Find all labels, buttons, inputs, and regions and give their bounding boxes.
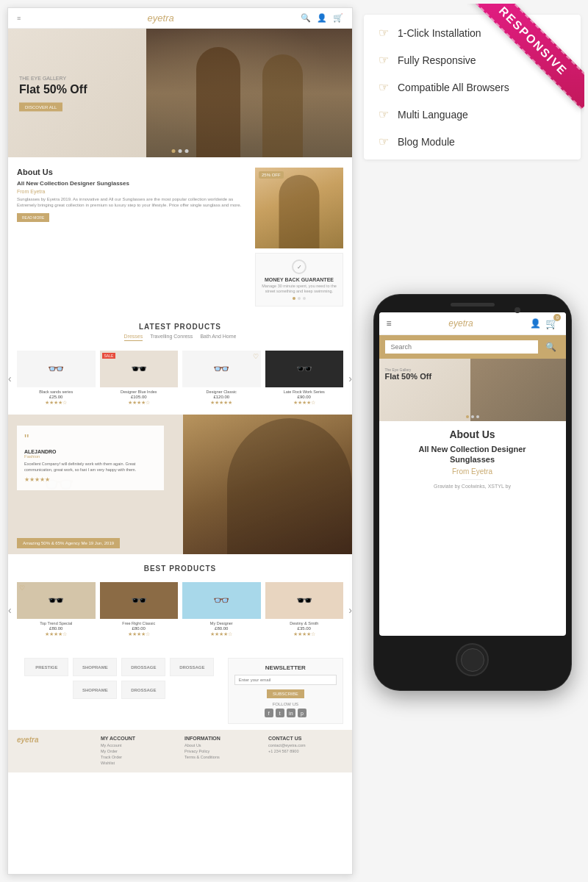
- phone-outer: ≡ eyetra 👤 🛒 0 🔍: [373, 294, 572, 691]
- product-price-1: £25.00: [17, 395, 96, 399]
- feature-icon-2: ☞: [379, 53, 389, 67]
- about-figure: [279, 175, 320, 248]
- best-product-img-3: 👓: [182, 582, 261, 619]
- product-card-1: 👓 Black sands series £25.00 ★★★★☆: [17, 351, 96, 406]
- money-back-card: ✓ MONEY BACK GUARANTEE Manage 30 minute …: [255, 253, 343, 306]
- product-card-4: 🕶️ Late Rock Work Series £90.00 ★★★★☆: [265, 351, 344, 406]
- phone-dot-3[interactable]: [476, 415, 479, 418]
- phone-home-inner: [461, 648, 484, 672]
- feature-label-2: Fully Responsive: [398, 54, 476, 66]
- about-image: 25% OFF: [255, 168, 343, 248]
- feature-icon-1: ☞: [379, 26, 389, 40]
- product-img-4: 🕶️: [265, 351, 344, 387]
- phone-dot-1[interactable]: [466, 415, 469, 418]
- footer-logo-col: eyetra: [17, 736, 92, 767]
- product-card-3: 👓 ♡ Designer Classic £120.00 ★★★★★: [182, 351, 261, 406]
- phone-home-button[interactable]: [456, 643, 489, 676]
- footer-link-order[interactable]: My Order: [101, 749, 176, 753]
- best-products-grid: ‹ ♡ 🕶️ Top Trend Special £80.00 ★★★★☆ 🕶️…: [8, 576, 352, 643]
- footer-link-track[interactable]: Track Order: [101, 755, 176, 759]
- pinterest-icon[interactable]: p: [298, 709, 306, 717]
- brand-logo-3: DROSSAGE: [121, 658, 165, 676]
- tab-bath[interactable]: Bath And Home: [200, 334, 236, 341]
- best-product-stars-4: ★★★★☆: [265, 631, 344, 637]
- twitter-icon[interactable]: t: [276, 709, 284, 717]
- best-product-2: 🕶️ Free Right Classic £80.00 ★★★★☆: [100, 582, 179, 637]
- hero-dot-1[interactable]: [172, 149, 176, 153]
- section-tabs: Dresses Travelling Conress Bath And Home: [8, 334, 352, 341]
- product-stars-2: ★★★★☆: [100, 400, 179, 406]
- newsletter-email-input[interactable]: [234, 675, 337, 685]
- product-name-1: Black sands series: [17, 390, 96, 394]
- footer-link-account[interactable]: My Account: [101, 743, 176, 747]
- about-text: Sunglasses by Eyetra 2019. As innovative…: [17, 196, 248, 209]
- footer-link-wishlist[interactable]: Wishlist: [101, 761, 176, 765]
- discover-button[interactable]: DISCOVER ALL: [19, 102, 62, 111]
- footer-link-about[interactable]: About Us: [184, 743, 259, 747]
- hero-banner: The Eye Gallery Flat 50% Off DISCOVER AL…: [8, 29, 352, 157]
- phone-user-icon[interactable]: 👤: [530, 318, 541, 329]
- product-price-4: £90.00: [265, 395, 344, 399]
- best-product-name-3: My Designer: [182, 621, 261, 625]
- best-products-section: BEST PRODUCTS ‹ ♡ 🕶️ Top Trend Special £…: [8, 557, 352, 649]
- cart-icon[interactable]: 🛒: [333, 13, 343, 23]
- footer-link-privacy[interactable]: Privacy Policy: [184, 749, 259, 753]
- phone-search-bar: 🔍: [379, 335, 566, 359]
- read-more-button[interactable]: READ MORE: [17, 213, 49, 222]
- phone-hero-title: Flat 50% Off: [385, 372, 432, 381]
- testimonial-bg: [183, 415, 352, 554]
- phone-dot-2[interactable]: [471, 415, 474, 418]
- mb-dot-3[interactable]: [303, 297, 306, 300]
- tab-traveling[interactable]: Travelling Conress: [150, 334, 193, 341]
- phone-search-button[interactable]: 🔍: [542, 340, 560, 354]
- hero-dot-2[interactable]: [179, 149, 182, 153]
- latest-products-grid: ‹ 👓 Black sands series £25.00 ★★★★☆ 🕶️ S…: [8, 345, 352, 412]
- best-products-next[interactable]: ›: [348, 604, 352, 616]
- brand-logo-2: SHOPRAME: [73, 658, 117, 676]
- facebook-icon[interactable]: f: [265, 709, 273, 717]
- about-left: About Us All New Collection Designer Sun…: [17, 168, 248, 306]
- best-products-prev[interactable]: ‹: [8, 604, 12, 616]
- brands-area: PRESTIGE SHOPRAME DROSSAGE DROSSAGE SHOP…: [17, 658, 222, 699]
- products-next-arrow[interactable]: ›: [348, 373, 352, 384]
- testimonial-content: " ALEJANDRO Fashion Excellent Company! w…: [17, 426, 164, 490]
- phone-hero: The Eye Gallery Flat 50% Off: [379, 359, 566, 421]
- phone-menu-icon[interactable]: ≡: [387, 318, 392, 329]
- mb-dot-2[interactable]: [298, 297, 301, 300]
- product-stars-4: ★★★★☆: [265, 400, 344, 406]
- wishlist-icon-best-1[interactable]: ♡: [19, 584, 25, 592]
- phone-search-input[interactable]: [385, 340, 538, 354]
- newsletter-box: NEWSLETTER SUBSCRIBE FOLLOW US f t in p: [228, 658, 343, 724]
- phone-icons: 👤 🛒 0: [530, 317, 558, 330]
- wishlist-icon-3[interactable]: ♡: [253, 353, 259, 360]
- testimonial-text: Excellent Company! will definitely work …: [24, 462, 157, 473]
- phone-cart-badge[interactable]: 🛒 0: [545, 317, 558, 330]
- phone-screen: ≡ eyetra 👤 🛒 0 🔍: [379, 312, 566, 636]
- footer-col-info: INFORMATION About Us Privacy Policy Term…: [184, 736, 259, 767]
- products-prev-arrow[interactable]: ‹: [8, 373, 12, 384]
- best-products-header: BEST PRODUCTS: [8, 557, 352, 576]
- brand-logo-4: DROSSAGE: [170, 658, 214, 676]
- instagram-icon[interactable]: in: [287, 709, 295, 717]
- footer-info-title: INFORMATION: [184, 736, 259, 741]
- social-icons: f t in p: [234, 709, 337, 717]
- mb-dot-1[interactable]: [293, 297, 295, 300]
- site-logo: eyetra: [148, 12, 174, 24]
- search-icon[interactable]: 🔍: [301, 13, 311, 23]
- product-stars-3: ★★★★★: [182, 400, 261, 406]
- about-title: About Us: [17, 168, 248, 176]
- phone-camera: [514, 307, 520, 313]
- phone-speaker: [451, 303, 495, 306]
- feature-icon-4: ☞: [379, 107, 389, 121]
- subscribe-button[interactable]: SUBSCRIBE: [267, 689, 304, 698]
- footer-account-title: MY ACCOUNT: [101, 736, 176, 741]
- footer-link-terms[interactable]: Terms & Conditions: [184, 755, 259, 759]
- phone-about-from: From Eyetra: [387, 467, 559, 476]
- tab-dresses[interactable]: Dresses: [124, 334, 143, 341]
- money-back-title: MONEY BACK GUARANTEE: [262, 277, 337, 282]
- newsletter-section: PRESTIGE SHOPRAME DROSSAGE DROSSAGE SHOP…: [8, 652, 352, 730]
- sale-badge: 25% OFF: [259, 171, 284, 179]
- user-icon[interactable]: 👤: [317, 13, 327, 23]
- person1: [196, 47, 240, 157]
- hero-dot-3[interactable]: [185, 149, 189, 153]
